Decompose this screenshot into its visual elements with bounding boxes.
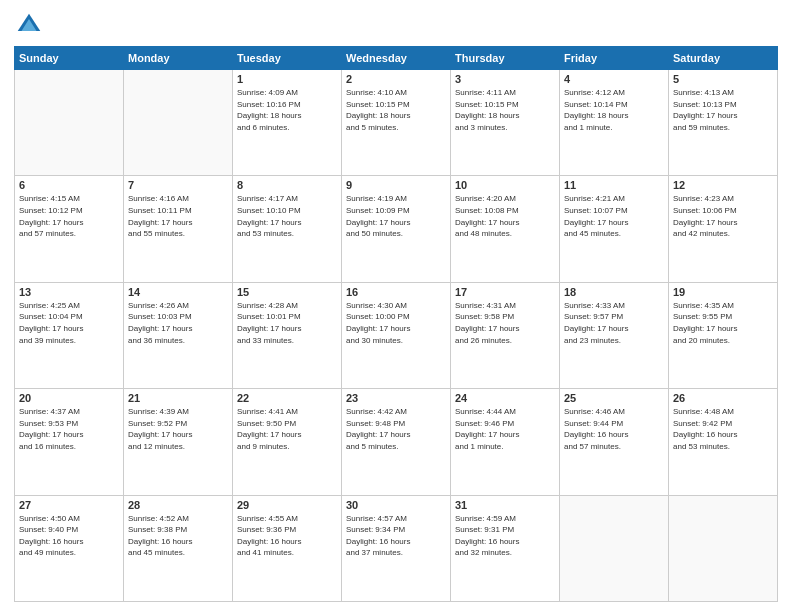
header [14, 10, 778, 40]
calendar-cell: 28Sunrise: 4:52 AM Sunset: 9:38 PM Dayli… [124, 495, 233, 601]
calendar-cell: 10Sunrise: 4:20 AM Sunset: 10:08 PM Dayl… [451, 176, 560, 282]
calendar-cell: 31Sunrise: 4:59 AM Sunset: 9:31 PM Dayli… [451, 495, 560, 601]
calendar-cell: 11Sunrise: 4:21 AM Sunset: 10:07 PM Dayl… [560, 176, 669, 282]
day-info: Sunrise: 4:25 AM Sunset: 10:04 PM Daylig… [19, 300, 119, 346]
day-number: 11 [564, 179, 664, 191]
calendar-cell [560, 495, 669, 601]
day-info: Sunrise: 4:21 AM Sunset: 10:07 PM Daylig… [564, 193, 664, 239]
calendar-cell [124, 70, 233, 176]
day-number: 5 [673, 73, 773, 85]
week-row-2: 13Sunrise: 4:25 AM Sunset: 10:04 PM Dayl… [15, 282, 778, 388]
day-number: 13 [19, 286, 119, 298]
calendar-cell: 4Sunrise: 4:12 AM Sunset: 10:14 PM Dayli… [560, 70, 669, 176]
calendar-cell: 13Sunrise: 4:25 AM Sunset: 10:04 PM Dayl… [15, 282, 124, 388]
calendar-cell [15, 70, 124, 176]
day-info: Sunrise: 4:17 AM Sunset: 10:10 PM Daylig… [237, 193, 337, 239]
day-header-saturday: Saturday [669, 47, 778, 70]
day-info: Sunrise: 4:52 AM Sunset: 9:38 PM Dayligh… [128, 513, 228, 559]
day-number: 18 [564, 286, 664, 298]
day-header-friday: Friday [560, 47, 669, 70]
week-row-0: 1Sunrise: 4:09 AM Sunset: 10:16 PM Dayli… [15, 70, 778, 176]
day-info: Sunrise: 4:48 AM Sunset: 9:42 PM Dayligh… [673, 406, 773, 452]
day-header-monday: Monday [124, 47, 233, 70]
day-number: 28 [128, 499, 228, 511]
day-number: 20 [19, 392, 119, 404]
day-info: Sunrise: 4:13 AM Sunset: 10:13 PM Daylig… [673, 87, 773, 133]
calendar-cell: 12Sunrise: 4:23 AM Sunset: 10:06 PM Dayl… [669, 176, 778, 282]
day-number: 25 [564, 392, 664, 404]
day-info: Sunrise: 4:57 AM Sunset: 9:34 PM Dayligh… [346, 513, 446, 559]
calendar-cell [669, 495, 778, 601]
calendar-cell: 26Sunrise: 4:48 AM Sunset: 9:42 PM Dayli… [669, 389, 778, 495]
day-header-wednesday: Wednesday [342, 47, 451, 70]
day-header-thursday: Thursday [451, 47, 560, 70]
calendar-cell: 17Sunrise: 4:31 AM Sunset: 9:58 PM Dayli… [451, 282, 560, 388]
day-info: Sunrise: 4:09 AM Sunset: 10:16 PM Daylig… [237, 87, 337, 133]
page: SundayMondayTuesdayWednesdayThursdayFrid… [0, 0, 792, 612]
calendar-cell: 3Sunrise: 4:11 AM Sunset: 10:15 PM Dayli… [451, 70, 560, 176]
calendar-cell: 23Sunrise: 4:42 AM Sunset: 9:48 PM Dayli… [342, 389, 451, 495]
day-info: Sunrise: 4:41 AM Sunset: 9:50 PM Dayligh… [237, 406, 337, 452]
day-info: Sunrise: 4:11 AM Sunset: 10:15 PM Daylig… [455, 87, 555, 133]
day-number: 2 [346, 73, 446, 85]
logo [14, 10, 48, 40]
calendar-cell: 6Sunrise: 4:15 AM Sunset: 10:12 PM Dayli… [15, 176, 124, 282]
day-number: 9 [346, 179, 446, 191]
calendar-cell: 30Sunrise: 4:57 AM Sunset: 9:34 PM Dayli… [342, 495, 451, 601]
day-info: Sunrise: 4:12 AM Sunset: 10:14 PM Daylig… [564, 87, 664, 133]
day-number: 17 [455, 286, 555, 298]
day-number: 14 [128, 286, 228, 298]
day-info: Sunrise: 4:20 AM Sunset: 10:08 PM Daylig… [455, 193, 555, 239]
day-number: 15 [237, 286, 337, 298]
calendar-cell: 27Sunrise: 4:50 AM Sunset: 9:40 PM Dayli… [15, 495, 124, 601]
day-info: Sunrise: 4:37 AM Sunset: 9:53 PM Dayligh… [19, 406, 119, 452]
calendar-cell: 22Sunrise: 4:41 AM Sunset: 9:50 PM Dayli… [233, 389, 342, 495]
day-number: 6 [19, 179, 119, 191]
day-number: 22 [237, 392, 337, 404]
day-number: 10 [455, 179, 555, 191]
day-header-tuesday: Tuesday [233, 47, 342, 70]
day-info: Sunrise: 4:16 AM Sunset: 10:11 PM Daylig… [128, 193, 228, 239]
calendar-cell: 16Sunrise: 4:30 AM Sunset: 10:00 PM Dayl… [342, 282, 451, 388]
day-info: Sunrise: 4:44 AM Sunset: 9:46 PM Dayligh… [455, 406, 555, 452]
day-info: Sunrise: 4:19 AM Sunset: 10:09 PM Daylig… [346, 193, 446, 239]
day-info: Sunrise: 4:33 AM Sunset: 9:57 PM Dayligh… [564, 300, 664, 346]
calendar-cell: 25Sunrise: 4:46 AM Sunset: 9:44 PM Dayli… [560, 389, 669, 495]
day-number: 4 [564, 73, 664, 85]
calendar-cell: 24Sunrise: 4:44 AM Sunset: 9:46 PM Dayli… [451, 389, 560, 495]
day-info: Sunrise: 4:15 AM Sunset: 10:12 PM Daylig… [19, 193, 119, 239]
calendar-cell: 2Sunrise: 4:10 AM Sunset: 10:15 PM Dayli… [342, 70, 451, 176]
day-number: 21 [128, 392, 228, 404]
day-number: 16 [346, 286, 446, 298]
day-number: 27 [19, 499, 119, 511]
day-number: 29 [237, 499, 337, 511]
calendar-table: SundayMondayTuesdayWednesdayThursdayFrid… [14, 46, 778, 602]
day-info: Sunrise: 4:28 AM Sunset: 10:01 PM Daylig… [237, 300, 337, 346]
day-info: Sunrise: 4:42 AM Sunset: 9:48 PM Dayligh… [346, 406, 446, 452]
week-row-4: 27Sunrise: 4:50 AM Sunset: 9:40 PM Dayli… [15, 495, 778, 601]
week-row-3: 20Sunrise: 4:37 AM Sunset: 9:53 PM Dayli… [15, 389, 778, 495]
day-info: Sunrise: 4:30 AM Sunset: 10:00 PM Daylig… [346, 300, 446, 346]
day-info: Sunrise: 4:39 AM Sunset: 9:52 PM Dayligh… [128, 406, 228, 452]
day-info: Sunrise: 4:23 AM Sunset: 10:06 PM Daylig… [673, 193, 773, 239]
day-info: Sunrise: 4:10 AM Sunset: 10:15 PM Daylig… [346, 87, 446, 133]
day-number: 19 [673, 286, 773, 298]
week-row-1: 6Sunrise: 4:15 AM Sunset: 10:12 PM Dayli… [15, 176, 778, 282]
calendar-cell: 5Sunrise: 4:13 AM Sunset: 10:13 PM Dayli… [669, 70, 778, 176]
day-number: 26 [673, 392, 773, 404]
logo-icon [14, 10, 44, 40]
calendar-cell: 19Sunrise: 4:35 AM Sunset: 9:55 PM Dayli… [669, 282, 778, 388]
day-header-sunday: Sunday [15, 47, 124, 70]
day-info: Sunrise: 4:35 AM Sunset: 9:55 PM Dayligh… [673, 300, 773, 346]
day-info: Sunrise: 4:31 AM Sunset: 9:58 PM Dayligh… [455, 300, 555, 346]
day-info: Sunrise: 4:50 AM Sunset: 9:40 PM Dayligh… [19, 513, 119, 559]
calendar-cell: 1Sunrise: 4:09 AM Sunset: 10:16 PM Dayli… [233, 70, 342, 176]
day-info: Sunrise: 4:59 AM Sunset: 9:31 PM Dayligh… [455, 513, 555, 559]
day-number: 24 [455, 392, 555, 404]
day-number: 12 [673, 179, 773, 191]
day-number: 30 [346, 499, 446, 511]
day-number: 8 [237, 179, 337, 191]
day-number: 31 [455, 499, 555, 511]
day-info: Sunrise: 4:46 AM Sunset: 9:44 PM Dayligh… [564, 406, 664, 452]
calendar-cell: 8Sunrise: 4:17 AM Sunset: 10:10 PM Dayli… [233, 176, 342, 282]
